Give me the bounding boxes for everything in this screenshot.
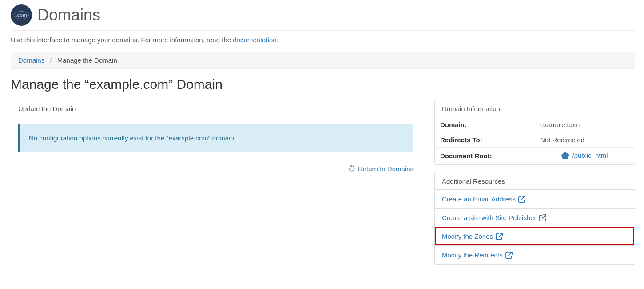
subheading: Manage the “example.com” Domain: [11, 77, 635, 92]
page-title: Domains: [37, 6, 100, 24]
breadcrumb-current: Manage the Domain: [57, 56, 117, 64]
domains-icon: .com: [11, 4, 32, 26]
intro-text: Use this interface to manage your domain…: [11, 36, 635, 44]
return-arrow-icon: [348, 165, 355, 172]
resource-site-publisher[interactable]: Create a site with Site Publisher: [435, 208, 635, 227]
document-root-link[interactable]: /public_html: [561, 151, 608, 159]
additional-resources-heading: Additional Resources: [435, 173, 635, 190]
domain-value: example.com: [535, 117, 635, 132]
breadcrumb-root[interactable]: Domains: [18, 56, 44, 64]
domain-label: Domain:: [435, 117, 535, 132]
additional-resources-panel: Additional Resources Create an Email Add…: [434, 173, 635, 265]
docroot-label: Document Root:: [435, 148, 535, 165]
info-alert: No configuration options currently exist…: [18, 124, 413, 152]
domain-info-panel: Domain Information Domain: example.com R…: [434, 100, 635, 165]
table-row: Domain: example.com: [435, 117, 635, 132]
table-row: Document Root: /public_html: [435, 148, 635, 165]
external-link-icon: [505, 252, 513, 259]
external-link-icon: [496, 233, 503, 240]
documentation-link[interactable]: documentation: [233, 36, 276, 44]
domain-info-heading: Domain Information: [435, 100, 635, 117]
resource-create-email[interactable]: Create an Email Address: [435, 190, 635, 208]
breadcrumb-separator: /: [50, 56, 52, 64]
redirects-value: Not Redirected: [535, 132, 635, 148]
external-link-icon: [518, 196, 525, 203]
update-domain-panel: Update the Domain No configuration optio…: [11, 100, 421, 180]
table-row: Redirects To: Not Redirected: [435, 132, 635, 148]
resource-modify-zones[interactable]: Modify the Zones: [435, 227, 635, 245]
return-to-domains-link[interactable]: Return to Domains: [348, 165, 413, 173]
redirects-label: Redirects To:: [435, 132, 535, 148]
resource-modify-redirects[interactable]: Modify the Redirects: [435, 245, 635, 264]
page-header: .com Domains: [11, 4, 635, 31]
update-domain-heading: Update the Domain: [11, 100, 421, 117]
external-link-icon: [539, 214, 546, 221]
home-icon: [561, 151, 569, 159]
breadcrumb: Domains / Manage the Domain: [11, 52, 635, 69]
